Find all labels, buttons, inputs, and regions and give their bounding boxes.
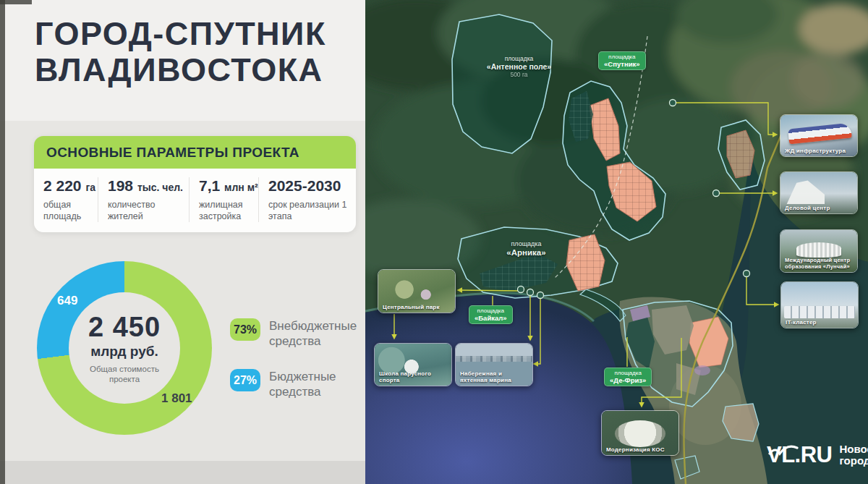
stat-label: количество жителей <box>108 199 182 222</box>
thumb-kos-modernization: Модернизация КОС <box>601 410 679 456</box>
donut-chart: 649 1 801 2 450 млрд руб. Общая стоимост… <box>37 261 212 435</box>
left-panel: ГОРОД-СПУТНИКВЛАДИВОСТОКА ОСНОВНЫЕ ПАРАМ… <box>0 0 365 484</box>
stat-total-area: 2 220 га общая площадь <box>34 177 98 222</box>
legend-chip-0: 73% <box>230 318 260 341</box>
stat-label: жилищная застройка <box>199 199 251 222</box>
site-badge-defriz: площадка «Де-Фриз» <box>604 368 652 386</box>
screen-edge-artifact-top <box>0 0 32 4</box>
title-line2: ВЛАДИВОСТОКА <box>35 51 323 88</box>
stat-unit: га <box>85 182 95 193</box>
legend-row-extrabudget: 73% Внебюджетные средства <box>230 318 359 349</box>
thumb-education-center: Международный центр образования «Лунчай» <box>780 229 858 273</box>
page-title: ГОРОД-СПУТНИКВЛАДИВОСТОКА <box>35 16 326 88</box>
infographic-root: ГОРОД-СПУТНИКВЛАДИВОСТОКА ОСНОВНЫЕ ПАРАМ… <box>0 0 868 484</box>
thumb-it-cluster: IT-кластер <box>780 281 859 328</box>
vlru-tagline: Новостигорода <box>840 443 868 467</box>
stat-housing: 7,1 млн м² жилищная застройка <box>189 177 258 222</box>
stat-unit: тыс. чел. <box>137 182 183 193</box>
total-cost-caption: Общая стоимость проекта <box>82 364 167 384</box>
thumb-sailing-school: Школа парусного спорта <box>374 343 452 386</box>
stat-value: 198 <box>108 177 133 194</box>
thumb-central-park: Центральный парк <box>378 269 456 313</box>
legend-label-1: Бюджетные средства <box>269 369 359 399</box>
seagull-icon <box>767 443 800 457</box>
satellite-map: площадка «Антенное поле» 500 га площадка… <box>365 0 868 484</box>
vlru-logo: VL.RU Новостигорода <box>767 443 868 467</box>
screen-edge-artifact <box>0 0 5 484</box>
stat-label: общая площадь <box>43 199 90 222</box>
site-badge-baikal: площадка «Байкал» <box>469 305 513 324</box>
params-header: ОСНОВНЫЕ ПАРАМЕТРЫ ПРОЕКТА <box>34 136 356 169</box>
thumb-rail-infrastructure: ЖД инфраструктура <box>780 114 858 157</box>
thumb-business-center: Деловой центр <box>780 171 858 214</box>
legend-row-budget: 27% Бюджетные средства <box>230 369 359 399</box>
stat-value: 2 220 <box>43 177 82 194</box>
stat-unit: млн м² <box>224 182 258 193</box>
legend-label-0: Внебюджетные средства <box>269 318 359 349</box>
params-body: 2 220 га общая площадь 198 тыс. чел. кол… <box>34 169 356 232</box>
site-badge-sputnik: площадка «Спутник» <box>598 51 646 70</box>
stat-value: 2025-2030 <box>268 177 341 194</box>
legend-chip-1: 27% <box>230 369 260 391</box>
stat-label: срок реализации 1 этапа <box>268 199 349 222</box>
total-cost-value: 2 450 <box>88 312 161 343</box>
stat-timeline: 2025-2030 срок реализации 1 этапа <box>258 177 356 222</box>
donut-label-extrabudget: 1 801 <box>161 391 192 406</box>
title-line1: ГОРОД-СПУТНИК <box>35 15 326 52</box>
project-params-card: ОСНОВНЫЕ ПАРАМЕТРЫ ПРОЕКТА 2 220 га обща… <box>34 136 356 232</box>
site-label-antennoe-pole: площадка «Антенное поле» 500 га <box>474 55 564 79</box>
panel-bottom-shade <box>0 461 365 484</box>
funding-legend: 73% Внебюджетные средства 27% Бюджетные … <box>230 318 359 420</box>
site-label-arnika: площадка «Арника» <box>488 240 564 258</box>
stat-residents: 198 тыс. чел. количество жителей <box>98 177 189 222</box>
total-cost-unit: млрд руб. <box>90 344 158 360</box>
donut-center: 2 450 млрд руб. Общая стоимость проекта <box>69 292 180 404</box>
thumb-marina: Набережная и яхтенная марина <box>455 343 533 386</box>
donut-label-budget: 649 <box>57 294 77 308</box>
stat-value: 7,1 <box>199 177 220 194</box>
